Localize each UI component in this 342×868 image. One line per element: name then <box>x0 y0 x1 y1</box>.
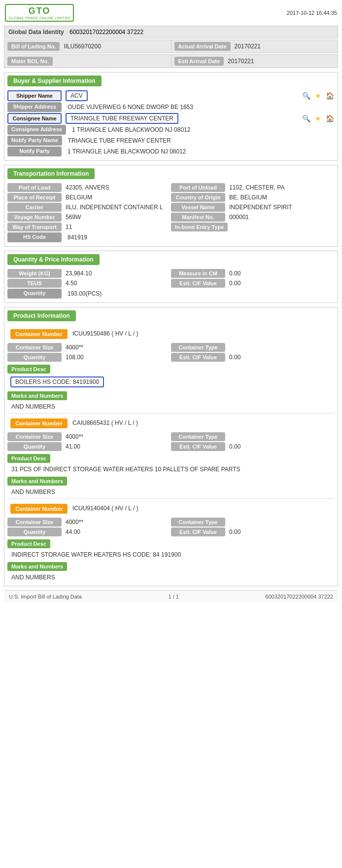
place-receipt-label: Place of Receipt <box>7 193 62 202</box>
port-unload-label: Port of Unload <box>171 183 225 192</box>
star-icon-2[interactable]: ★ <box>313 113 323 123</box>
esti-value: 20170221 <box>228 58 254 65</box>
product-section: Product Information Container Number ICU… <box>4 307 338 586</box>
container-1-cif-label: Esti. CIF Value <box>171 353 225 362</box>
notify-party-name-value: TRIANGLE TUBE FREEWAY CENTER <box>66 136 335 146</box>
global-id-label: Global Data Identity <box>8 29 64 36</box>
way-transport-label: Way of Transport <box>7 223 62 231</box>
logo-sub: GLOBAL TRADE ONLINE LIMITED <box>9 16 70 20</box>
port-unload-col: Port of Unload 1102, CHESTER, PA <box>171 183 335 192</box>
inbond-label: In-bond Entry Type <box>171 223 228 231</box>
weight-col: Weight (KG) 23,984.10 <box>7 269 171 278</box>
consignee-address-label: Consignee Address <box>7 125 66 135</box>
shipper-name-row: Shipper Name ACV 🔍 ★ 🏠 <box>7 90 335 101</box>
container-1-desc-value: BOILERS HS CODE: 84191900 <box>10 377 104 387</box>
esti-cif-col: Esti. CIF Value 0.00 <box>171 279 335 288</box>
teus-col: TEUS 4.50 <box>7 279 171 288</box>
logo-area: GTO GLOBAL TRADE ONLINE LIMITED <box>5 4 74 22</box>
container-1-size-value: 4000** <box>66 344 83 351</box>
container-1-qty-cif: Quantity 108.00 Esti. CIF Value 0.00 <box>7 353 335 362</box>
container-2-number-label: Container Number <box>10 418 68 428</box>
container-1-marks-value: AND NUMBERS <box>7 402 335 411</box>
weight-measure-row: Weight (KG) 23,984.10 Measure in CM 0.00 <box>7 269 335 278</box>
quantity-label: Quantity <box>7 289 62 299</box>
esti-cell: Esti Arrival Date 20170221 <box>171 55 338 68</box>
container-2-qty-label: Quantity <box>7 442 62 451</box>
measure-label: Measure in CM <box>171 269 225 278</box>
transport-section: Transportation Information Port of Load … <box>4 165 338 247</box>
measure-value: 0.00 <box>229 270 240 277</box>
country-origin-label: Country of Origin <box>171 193 225 202</box>
place-receipt-col: Place of Receipt BELGIUM <box>7 193 171 202</box>
place-country-row: Place of Receipt BELGIUM Country of Orig… <box>7 193 335 202</box>
hs-code-row: HS Code 841919 <box>7 232 335 242</box>
footer: U.S. Import Bill of Lading Data 1 / 1 60… <box>4 590 338 603</box>
star-icon[interactable]: ★ <box>313 91 323 101</box>
consignee-name-icons: 🔍 ★ 🏠 <box>301 113 335 123</box>
home-icon[interactable]: 🏠 <box>325 91 335 101</box>
notify-party-row: Notify Party 1 TRIANGLE LANE BLACKWOOD N… <box>7 147 335 156</box>
container-2-desc-label: Product Desc <box>7 454 50 463</box>
voyage-col: Voyage Number 569W <box>7 213 171 222</box>
consignee-name-row: Consignee Name TRIANGLE TUBE FREEWAY CEN… <box>7 113 335 124</box>
container-3-qty-value: 44.00 <box>66 528 80 535</box>
notify-party-name-label: Notify Party Name <box>7 136 62 146</box>
arrival-cell: Actual Arrival Date 20170221 <box>171 40 338 53</box>
container-1-qty-value: 108.00 <box>66 354 84 361</box>
global-id-row: Global Data Identity 60032017022200004 3… <box>4 26 338 38</box>
container-3-number-value: ICUU9140404 ( HV / L / ) <box>72 505 138 512</box>
container-2: Container Number CAIU8665431 ( HV / L / … <box>4 415 338 496</box>
logo-box: GTO GLOBAL TRADE ONLINE LIMITED <box>5 4 74 22</box>
bol-row: Bill of Lading No. IILU56970200 Actual A… <box>4 39 338 53</box>
quantity-section: Quantity & Price Information Weight (KG)… <box>4 251 338 303</box>
search-icon[interactable]: 🔍 <box>301 91 311 101</box>
port-load-value: 42305, ANVERS <box>66 184 109 191</box>
consignee-address-value: 1 TRIANGLE LANE BLACKWOOD NJ 08012 <box>70 125 335 135</box>
weight-label: Weight (KG) <box>7 269 62 278</box>
country-origin-col: Country of Origin BE, BELGIUM <box>171 193 335 202</box>
search-icon-2[interactable]: 🔍 <box>301 113 311 123</box>
container-1-size-label: Container Size <box>7 343 62 352</box>
container-1-number-value: ICUU9150486 ( HV / L / ) <box>72 330 138 337</box>
vessel-col: Vessel Name INDEPENDENT SPIRIT <box>171 203 335 212</box>
container-1-qty-label: Quantity <box>7 353 62 362</box>
carrier-col: Carrier IILU, INDEPENDENT CONTAINER L <box>7 203 171 212</box>
port-row: Port of Load 42305, ANVERS Port of Unloa… <box>7 183 335 192</box>
arrival-label: Actual Arrival Date <box>174 42 231 51</box>
logo-gto: GTO <box>29 6 51 16</box>
container-3-type-label: Container Type <box>171 518 225 527</box>
home-icon-2[interactable]: 🏠 <box>325 113 335 123</box>
vessel-value: INDEPENDENT SPIRIT <box>229 204 292 211</box>
container-2-marks-label: Marks and Numbers <box>7 477 67 486</box>
container-1-desc-label: Product Desc <box>7 365 50 374</box>
teus-value: 4.50 <box>66 280 77 287</box>
container-3-desc-label: Product Desc <box>7 539 50 548</box>
container-2-cif-label: Esti. CIF Value <box>171 442 225 451</box>
master-row: Mater BOL No. Esti Arrival Date 20170221 <box>4 54 338 68</box>
teus-label: TEUS <box>7 279 62 288</box>
port-load-label: Port of Load <box>7 183 62 192</box>
container-2-size-label: Container Size <box>7 432 62 441</box>
main-content: Global Data Identity 60032017022200004 3… <box>0 24 342 606</box>
container-3-size-label: Container Size <box>7 518 62 527</box>
container-2-qty-cif: Quantity 41.00 Esti. CIF Value 0.00 <box>7 442 335 451</box>
master-cell: Mater BOL No. <box>4 55 171 68</box>
container-1: Container Number ICUU9150486 ( HV / L / … <box>4 326 338 411</box>
container-2-size-value: 4000** <box>66 433 83 440</box>
notify-party-value: 1 TRIANGLE LANE BLACKWOOD NJ 08012 <box>66 147 335 156</box>
container-3-size-type: Container Size 4000** Container Type <box>7 518 335 527</box>
country-origin-value: BE, BELGIUM <box>229 194 267 201</box>
port-unload-value: 1102, CHESTER, PA <box>229 184 285 191</box>
container-3-qty-cif: Quantity 44.00 Esti. CIF Value 0.00 <box>7 528 335 536</box>
carrier-value: IILU, INDEPENDENT CONTAINER L <box>66 204 163 211</box>
transport-section-header: Transportation Information <box>7 168 95 179</box>
shipper-name-value: ACV <box>66 90 88 101</box>
weight-value: 23,984.10 <box>66 270 92 277</box>
esti-label: Esti Arrival Date <box>174 57 224 66</box>
notify-party-name-row: Notify Party Name TRIANGLE TUBE FREEWAY … <box>7 136 335 146</box>
footer-right: 60032017022200004 37222 <box>265 594 333 600</box>
carrier-label: Carrier <box>7 203 62 212</box>
teus-esti-row: TEUS 4.50 Esti. CIF Value 0.00 <box>7 279 335 288</box>
container-1-size-type: Container Size 4000** Container Type <box>7 343 335 352</box>
container-2-marks-value: AND NUMBERS <box>7 488 335 496</box>
